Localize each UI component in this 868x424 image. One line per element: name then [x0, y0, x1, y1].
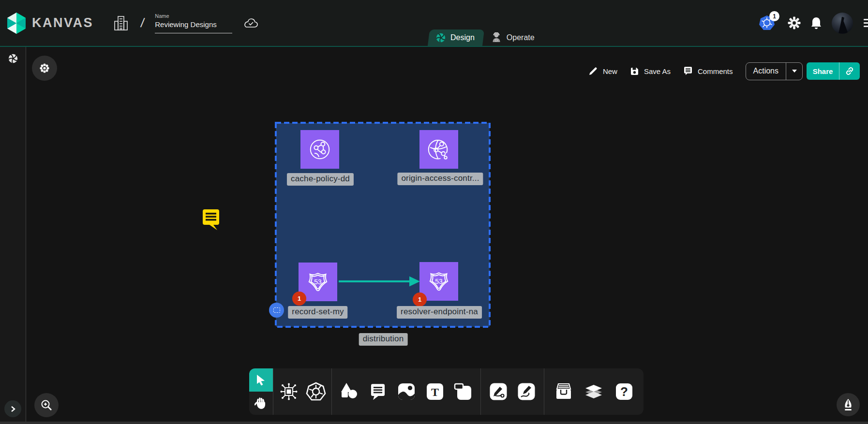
user-avatar[interactable]	[832, 13, 853, 34]
app-header: KANVAS / Name	[0, 0, 868, 47]
share-link-icon-button[interactable]	[839, 62, 860, 80]
pen-nib-icon	[842, 398, 854, 411]
svg-text:?: ?	[620, 384, 628, 399]
svg-text:53: 53	[435, 278, 443, 285]
pen-mode-button[interactable]	[837, 393, 860, 416]
design-tab-label: Design	[450, 33, 475, 42]
hand-icon	[254, 397, 267, 409]
group-label-distribution[interactable]: distribution	[359, 333, 408, 346]
notifications-bell-icon[interactable]	[810, 16, 822, 30]
comment-marker-icon[interactable]	[200, 209, 222, 231]
kubernetes-context-count-badge: 1	[769, 11, 779, 21]
route53-shield-icon: 53	[425, 267, 453, 295]
breadcrumb-separator: /	[140, 15, 146, 30]
group-selection-handle[interactable]	[269, 303, 284, 318]
cursor-icon	[255, 374, 266, 386]
help-icon: ?	[615, 383, 633, 400]
tool-kubernetes[interactable]	[305, 377, 327, 406]
zoom-button[interactable]	[34, 393, 59, 417]
tool-pencil[interactable]	[515, 377, 538, 406]
kanvas-logo-icon[interactable]	[7, 13, 26, 34]
tool-pan[interactable]	[249, 392, 273, 415]
operate-tab-label: Operate	[507, 33, 535, 42]
tool-drawer[interactable]	[553, 377, 575, 406]
tool-comment[interactable]	[367, 377, 389, 406]
comment-icon	[683, 66, 693, 76]
logo-text[interactable]: KANVAS	[32, 15, 93, 30]
actions-button[interactable]: Actions	[746, 62, 803, 80]
pencil-new-icon	[588, 66, 598, 76]
node-error-badge[interactable]: 1	[413, 292, 427, 307]
cloud-sync-icon	[243, 17, 258, 29]
tool-layers[interactable]	[583, 377, 605, 406]
design-tab-icon	[435, 32, 446, 43]
node-label-record-set[interactable]: record-set-my	[288, 306, 347, 319]
zoom-in-icon	[40, 399, 53, 411]
edge-record-set-to-resolver[interactable]	[336, 273, 426, 290]
node-error-badge[interactable]: 1	[292, 292, 306, 306]
tool-shapes[interactable]	[338, 377, 360, 406]
tab-operate[interactable]: Operate	[483, 29, 542, 46]
canvas-toolbar: New Save As Comments Actions Sh	[588, 62, 860, 80]
share-button[interactable]: Share	[807, 62, 860, 80]
route53-shield-icon: 53	[304, 268, 332, 296]
text-icon: T	[426, 383, 444, 400]
cloudfront-globe-icon	[306, 136, 333, 163]
drawer-icon	[554, 382, 573, 401]
link-icon	[844, 66, 855, 76]
share-button-label: Share	[807, 62, 839, 80]
kubernetes-context-icon[interactable]: 1	[759, 15, 775, 31]
component-graph-icon	[279, 382, 299, 401]
layers-icon	[584, 382, 604, 401]
tool-text[interactable]: T	[424, 377, 446, 406]
svg-text:T: T	[431, 386, 439, 398]
node-cache-policy[interactable]	[300, 130, 339, 169]
node-label-cache-policy[interactable]: cache-policy-dd	[287, 173, 354, 186]
flower-asterisk-icon	[39, 62, 50, 74]
comments-button-label: Comments	[698, 67, 733, 75]
operate-tab-icon	[491, 32, 502, 43]
tool-pen[interactable]	[487, 377, 509, 406]
organization-icon[interactable]	[114, 15, 128, 31]
save-floppy-icon	[630, 67, 639, 76]
pencil-sketch-icon	[517, 382, 536, 401]
design-name-input[interactable]	[155, 19, 232, 33]
window-bottom-edge	[0, 422, 868, 424]
chevron-right-icon	[10, 406, 16, 412]
tool-card[interactable]	[452, 377, 474, 406]
pen-tool-icon	[489, 382, 508, 401]
node-label-origin-access[interactable]: origin-access-contr...	[397, 173, 483, 185]
node-origin-access-control[interactable]	[419, 130, 458, 169]
tool-select[interactable]	[249, 368, 273, 392]
menu-hamburger-icon[interactable]	[864, 19, 868, 27]
kubernetes-wheel-icon	[306, 382, 326, 401]
tab-design[interactable]: Design	[429, 29, 483, 46]
card-icon	[454, 382, 472, 401]
image-icon	[397, 382, 416, 401]
save-as-button-label: Save As	[644, 67, 671, 75]
comments-button[interactable]: Comments	[683, 66, 733, 76]
design-name-field: Name	[155, 13, 232, 33]
svg-text:53: 53	[314, 278, 322, 286]
node-label-resolver-endpoint[interactable]: resolver-endpoint-na	[397, 306, 482, 319]
new-button-label: New	[603, 67, 617, 75]
shapes-icon	[340, 382, 359, 401]
tool-dock: T	[249, 368, 644, 415]
tool-image[interactable]	[395, 377, 418, 406]
save-as-button[interactable]: Save As	[630, 67, 671, 76]
design-name-label: Name	[155, 13, 232, 19]
actions-dropdown-caret[interactable]	[786, 63, 802, 80]
tool-help[interactable]: ?	[613, 377, 635, 406]
meshery-spiral-icon[interactable]	[8, 53, 18, 64]
left-sidebar	[0, 47, 26, 424]
actions-button-label: Actions	[746, 63, 786, 80]
settings-gear-icon[interactable]	[788, 16, 801, 29]
new-button[interactable]: New	[588, 66, 617, 76]
sidebar-expand-button[interactable]	[4, 400, 21, 417]
tool-component-graph[interactable]	[278, 377, 300, 406]
canvas-flower-button[interactable]	[32, 56, 57, 81]
comment-tool-icon	[369, 382, 387, 401]
origin-access-globe-icon	[425, 136, 452, 163]
kanvas-app: KANVAS / Name	[0, 0, 868, 424]
